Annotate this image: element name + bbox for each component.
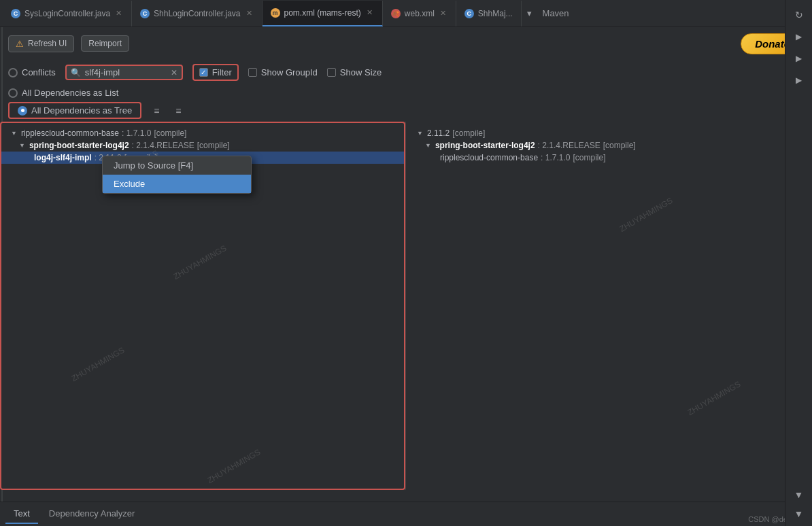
right-dep-scope-3: [compile] — [573, 153, 605, 162]
tab-dropdown[interactable]: ▾ — [522, 1, 537, 27]
refresh-ui-button[interactable]: ⚠ Refresh UI — [8, 35, 74, 52]
conflicts-label: Conflicts — [22, 67, 56, 77]
sidebar-expand-btn[interactable]: ▼ ▼ — [788, 485, 810, 523]
bottom-tab-text[interactable]: Text — [5, 504, 38, 524]
warning-icon: ⚠ — [16, 39, 24, 49]
bottom-tab-dependency-label: Dependency Analyzer — [49, 508, 135, 519]
dep-version-2: : 2.1.4.RELEASE — [132, 141, 194, 150]
dep-scope-2: [compile] — [197, 141, 230, 150]
tab-pom[interactable]: m pom.xml (mams-rest) ✕ — [263, 1, 383, 27]
all-deps-tree-radio[interactable]: All Dependencies as Tree — [8, 102, 141, 119]
right-dep-version-3: : 1.7.1.0 — [541, 153, 570, 162]
search-icon: 🔍 — [71, 68, 81, 77]
show-size-option[interactable]: Show Size — [327, 67, 382, 77]
dep-scope-1: [compile] — [154, 128, 186, 138]
search-input[interactable] — [85, 67, 167, 77]
filter-row-2: All Dependencies as List — [0, 85, 812, 101]
tab-webxml[interactable]: 🍂 web.xml ✕ — [383, 1, 456, 27]
bottom-tab-dependency[interactable]: Dependency Analyzer — [41, 504, 143, 524]
maven-label: Maven — [543, 8, 569, 18]
tab-icon-pom: m — [271, 8, 280, 18]
triangle-2: ▼ — [19, 142, 25, 149]
all-deps-list-radio[interactable]: All Dependencies as List — [8, 88, 118, 98]
filter-checkbox[interactable] — [199, 68, 208, 77]
tab-close-shhlogin[interactable]: ✕ — [245, 7, 254, 19]
context-menu-exclude[interactable]: Exclude — [103, 175, 251, 193]
sidebar-play-btn1[interactable]: ▶ — [788, 27, 810, 46]
bottom-tabs: Text Dependency Analyzer — [0, 502, 785, 526]
tab-close-webxml[interactable]: ✕ — [439, 7, 447, 19]
conflicts-radio[interactable]: Conflicts — [8, 67, 56, 77]
tab-bar: C SysLoginController.java ✕ C ShhLoginCo… — [0, 0, 812, 27]
expand-icon[interactable]: ≡ — [150, 104, 163, 118]
sidebar-play-btn2[interactable]: ▶ — [788, 49, 810, 68]
all-deps-list-label: All Dependencies as List — [22, 88, 118, 98]
collapse-icon[interactable]: ≡ — [171, 104, 185, 118]
reimport-label: Reimport — [88, 39, 122, 48]
filter-row-3: All Dependencies as Tree ≡ ≡ — [0, 101, 812, 122]
right-dep-name-1: 2.11.2 — [427, 128, 450, 138]
sidebar-chevron-down2[interactable]: ▼ — [788, 504, 810, 523]
tab-icon-shhmaj: C — [464, 9, 474, 18]
all-deps-tree-radio-filled — [18, 106, 27, 116]
conflicts-radio-circle — [8, 68, 18, 77]
right-dep-pane[interactable]: ▼ 2.11.2 [compile] ▼ spring-boot-starter… — [406, 122, 812, 490]
right-dep-name-2: spring-boot-starter-log4j2 — [435, 141, 535, 150]
tab-shhmaj[interactable]: C ShhMaj... — [456, 1, 522, 27]
search-box-wrapper: 🔍 ✕ — [65, 65, 183, 80]
tab-icon-webxml: 🍂 — [391, 9, 401, 18]
dep-version-1: : 1.7.1.0 — [122, 128, 151, 138]
jump-to-source-label: Jump to Source [F4] — [114, 160, 193, 171]
dep-name-2: spring-boot-starter-log4j2 — [29, 141, 129, 150]
tab-syslogin[interactable]: C SysLoginController.java ✕ — [3, 1, 132, 27]
left-dep-pane[interactable]: ▼ ripplescloud-common-base : 1.7.1.0 [co… — [0, 122, 406, 490]
right-dep-scope-1: [compile] — [452, 128, 485, 138]
all-deps-list-circle — [8, 88, 18, 98]
left-dep-item-1[interactable]: ▼ ripplescloud-common-base : 1.7.1.0 [co… — [0, 127, 405, 139]
tab-shhlogin[interactable]: C ShhLoginController.java ✕ — [132, 1, 262, 27]
right-dep-item-2[interactable]: ▼ spring-boot-starter-log4j2 : 2.1.4.REL… — [406, 139, 811, 152]
show-size-label: Show Size — [340, 67, 382, 77]
dep-name-3: log4j-slf4j-impl — [34, 153, 92, 162]
tab-label-syslogin: SysLoginController.java — [24, 9, 110, 18]
triangle-1: ▼ — [11, 130, 17, 137]
sidebar-play-btn3[interactable]: ▶ — [788, 71, 810, 90]
toolbar: ⚠ Refresh UI Reimport Donate — [0, 27, 812, 60]
refresh-ui-label: Refresh UI — [28, 39, 67, 48]
show-size-checkbox[interactable] — [327, 68, 336, 77]
tab-label-webxml: web.xml — [405, 9, 435, 18]
show-options: Show GroupId Show Size — [248, 67, 382, 77]
left-dep-item-2[interactable]: ▼ spring-boot-starter-log4j2 : 2.1.4.REL… — [0, 139, 405, 152]
right-triangle-2: ▼ — [425, 142, 431, 149]
filter-row-1: Conflicts 🔍 ✕ Filter Show GroupId Show S… — [0, 60, 812, 85]
all-deps-tree-label: All Dependencies as Tree — [31, 105, 132, 116]
tab-close-pom[interactable]: ✕ — [365, 7, 374, 18]
sidebar-chevron-down1[interactable]: ▼ — [788, 485, 810, 504]
show-groupid-option[interactable]: Show GroupId — [248, 67, 318, 77]
bottom-tab-text-label: Text — [14, 508, 30, 519]
reimport-button[interactable]: Reimport — [81, 35, 129, 52]
right-triangle-1: ▼ — [417, 130, 423, 137]
right-dep-item-3[interactable]: ripplescloud-common-base : 1.7.1.0 [comp… — [406, 152, 811, 164]
right-dep-item-1[interactable]: ▼ 2.11.2 [compile] — [406, 127, 811, 139]
filter-checkbox-wrapper[interactable]: Filter — [192, 64, 239, 81]
tab-icon-syslogin: C — [11, 9, 20, 18]
search-clear-icon[interactable]: ✕ — [171, 68, 177, 77]
filter-label: Filter — [212, 67, 232, 77]
context-menu-jump[interactable]: Jump to Source [F4] — [103, 156, 251, 175]
tab-icon-shhlogin: C — [140, 9, 150, 18]
sidebar-refresh-btn[interactable]: ↻ — [788, 5, 810, 24]
exclude-label: Exclude — [114, 179, 145, 189]
right-sidebar: ↻ ▶ ▶ ▶ ▼ ▼ — [785, 0, 812, 526]
tab-label-pom: pom.xml (mams-rest) — [284, 8, 361, 18]
show-groupid-label: Show GroupId — [261, 67, 318, 77]
dependency-area: ▼ ripplescloud-common-base : 1.7.1.0 [co… — [0, 122, 812, 490]
dep-name-1: ripplescloud-common-base — [21, 128, 119, 138]
tab-close-syslogin[interactable]: ✕ — [114, 7, 123, 19]
tab-label-shhlogin: ShhLoginController.java — [154, 9, 240, 18]
context-menu: Jump to Source [F4] Exclude — [102, 156, 252, 194]
right-dep-scope-2: [compile] — [603, 141, 636, 150]
right-dep-name-3: ripplescloud-common-base — [440, 153, 538, 162]
right-dep-version-2: : 2.1.4.RELEASE — [538, 141, 600, 150]
show-groupid-checkbox[interactable] — [248, 68, 257, 77]
